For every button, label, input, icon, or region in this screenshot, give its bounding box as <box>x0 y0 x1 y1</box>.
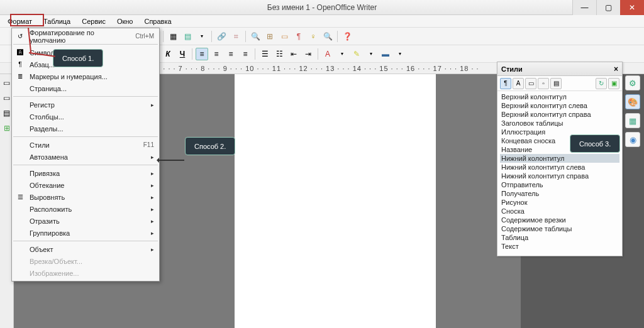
style-list-item[interactable]: Нижний колонтитул справа <box>500 172 619 180</box>
submenu-arrow-icon: ▸ <box>151 182 154 189</box>
new-style-icon[interactable]: ▣ <box>608 78 619 89</box>
sidebar-icon[interactable]: ▭ <box>2 93 12 103</box>
menu-item[interactable]: Группировка▸ <box>12 227 159 239</box>
toolbar-separator <box>318 48 318 60</box>
font-color-icon[interactable]: A <box>321 48 334 60</box>
menu-item[interactable]: Объект▸ <box>12 243 159 255</box>
styles-sidebar-icon[interactable]: 🎨 <box>625 94 640 109</box>
paragraph-styles-icon[interactable]: ¶ <box>500 78 511 89</box>
page-styles-icon[interactable]: ▫ <box>538 78 549 89</box>
menu-item[interactable]: СтилиF11 <box>12 139 159 151</box>
sidebar-icon[interactable]: ▭ <box>2 78 12 88</box>
highlight-icon[interactable]: ✎ <box>350 48 363 60</box>
menu-format[interactable]: Формат <box>4 16 36 26</box>
menu-table[interactable]: Таблица <box>40 16 74 26</box>
char-styles-icon[interactable]: A <box>513 78 524 89</box>
dropdown-arrow-icon[interactable]: ▾ <box>196 30 208 43</box>
indent-increase-icon[interactable]: ⇥ <box>302 48 314 60</box>
menu-separator <box>13 241 158 241</box>
underline-button[interactable]: Ч <box>176 48 189 60</box>
style-list-item[interactable]: Содержимое врезки <box>500 216 619 224</box>
menu-item-label: Объект <box>30 246 154 253</box>
style-list-item[interactable]: Нижний колонтитул слева <box>500 163 619 172</box>
menu-item[interactable]: ↺Форматирование по умолчаниюCtrl+M <box>12 30 159 42</box>
fill-format-icon[interactable]: ↻ <box>596 78 607 89</box>
align-justify-icon[interactable]: ≡ <box>239 48 252 60</box>
menu-item[interactable]: Страница... <box>12 82 159 94</box>
style-list-item[interactable]: Сноска <box>500 207 619 216</box>
maximize-button[interactable]: ▢ <box>596 0 620 15</box>
window-title: Без имени 1 - OpenOffice Writer <box>267 3 377 12</box>
paragraph-icon[interactable]: ¶ <box>292 30 305 43</box>
menu-item[interactable]: Автозамена▸ <box>12 151 159 163</box>
navigator-icon[interactable]: ⊞ <box>264 30 276 43</box>
dropdown-arrow-icon[interactable]: ▾ <box>394 48 406 60</box>
style-list-item[interactable]: Содержимое таблицы <box>500 224 619 233</box>
dropdown-arrow-icon[interactable]: ▾ <box>336 48 348 60</box>
style-list-item[interactable]: Текст <box>500 242 619 251</box>
menu-item-label: Расположить <box>30 205 154 213</box>
submenu-arrow-icon: ▸ <box>151 206 154 212</box>
minimize-button[interactable]: — <box>572 0 596 15</box>
chart-icon[interactable]: ⌗ <box>230 30 242 43</box>
style-list-item[interactable]: Получатель <box>500 189 619 198</box>
gallery-icon[interactable]: ▭ <box>278 30 291 43</box>
sidebar-icon[interactable]: ▤ <box>2 108 12 118</box>
close-icon[interactable]: × <box>614 65 618 74</box>
menu-item[interactable]: Расположить▸ <box>12 203 159 215</box>
menu-window[interactable]: Окно <box>113 16 137 26</box>
navigator-sidebar-icon[interactable]: ◉ <box>625 132 640 147</box>
menu-tools[interactable]: Сервис <box>78 16 109 26</box>
align-center-icon[interactable]: ≡ <box>210 48 223 60</box>
close-button[interactable]: ✕ <box>620 0 644 15</box>
list-styles-icon[interactable]: ▤ <box>550 78 562 89</box>
styles-panel-header[interactable]: Стили × <box>497 62 622 76</box>
dropdown-arrow-icon[interactable]: ▾ <box>365 48 377 60</box>
grid-icon[interactable]: ▤ <box>181 30 194 43</box>
list-numbered-icon[interactable]: ☰ <box>258 48 271 60</box>
indent-decrease-icon[interactable]: ⇤ <box>287 48 300 60</box>
style-list-item[interactable]: Верхний колонтитул справа <box>500 110 619 119</box>
menu-item[interactable]: Отразить▸ <box>12 215 159 227</box>
properties-icon[interactable]: ⚙ <box>625 75 640 90</box>
menu-item: Врезка/Объект... <box>12 255 159 267</box>
align-left-icon[interactable]: ≡ <box>196 48 208 60</box>
help-icon[interactable]: ❓ <box>341 30 353 43</box>
style-list-item[interactable]: Верхний колонтитул слева <box>500 101 619 110</box>
tips-icon[interactable]: ♀ <box>307 30 319 43</box>
menu-item[interactable]: ☰Выровнять▸ <box>12 191 159 203</box>
gallery-sidebar-icon[interactable]: ▦ <box>625 113 640 128</box>
menu-item[interactable]: Столбцы... <box>12 111 159 123</box>
style-list-item[interactable]: Рисунок <box>500 198 619 207</box>
ruler-text: · 6 · · · 7 · · · 8 · · · 9 · · · 10 · ·… <box>151 65 479 72</box>
styles-list[interactable]: Верхний колонтитулВерхний колонтитул сле… <box>497 91 622 256</box>
menu-item[interactable]: Обтекание▸ <box>12 179 159 191</box>
document-page[interactable] <box>235 74 436 328</box>
style-list-item[interactable]: Нижний колонтитул <box>500 154 619 163</box>
style-list-item[interactable]: Верхний колонтитул <box>500 92 619 101</box>
hyperlink-icon[interactable]: 🔗 <box>215 30 228 43</box>
menu-item[interactable]: Привязка▸ <box>12 167 159 179</box>
menu-item-shortcut: Ctrl+M <box>135 33 154 40</box>
italic-button[interactable]: К <box>162 48 174 60</box>
menu-separator <box>13 96 158 97</box>
zoom-icon[interactable]: 🔍 <box>321 30 334 43</box>
find-icon[interactable]: 🔍 <box>249 30 262 43</box>
align-right-icon[interactable]: ≡ <box>225 48 237 60</box>
menu-item-label: Обтекание <box>30 182 154 189</box>
list-bullet-icon[interactable]: ☷ <box>273 48 286 60</box>
menu-item[interactable]: ≣Маркеры и нумерация... <box>12 70 159 82</box>
table-icon[interactable]: ▦ <box>167 30 179 43</box>
style-list-item[interactable]: Таблица <box>500 233 619 242</box>
menu-help[interactable]: Справка <box>140 16 175 26</box>
menu-item[interactable]: Разделы... <box>12 123 159 134</box>
menu-item-label: Стили <box>30 141 137 149</box>
styles-panel-toolbar: ¶ A ▭ ▫ ▤ ↻ ▣ <box>497 76 622 91</box>
style-list-item[interactable]: Заголовок таблицы <box>500 119 619 128</box>
frame-styles-icon[interactable]: ▭ <box>525 78 536 89</box>
sidebar-icon[interactable]: ⊞ <box>2 123 12 133</box>
menu-item[interactable]: Регистр▸ <box>12 99 159 111</box>
menu-item-label: Отразить <box>30 217 154 225</box>
style-list-item[interactable]: Отправитель <box>500 180 619 189</box>
bg-color-icon[interactable]: ▬ <box>379 48 392 60</box>
